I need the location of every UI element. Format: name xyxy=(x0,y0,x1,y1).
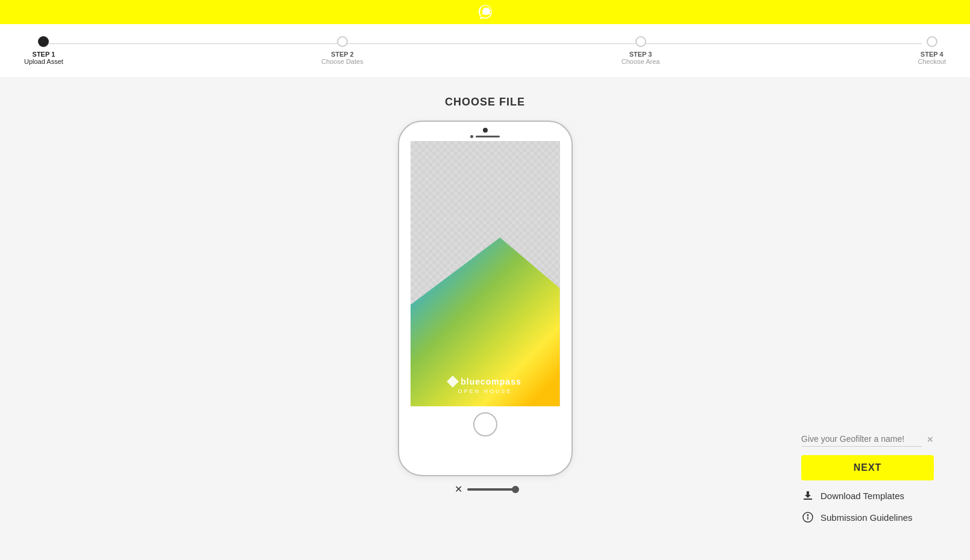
zoom-reset-icon[interactable]: ✕ xyxy=(455,483,462,495)
phone-mockup: bluecompass OPEN HOUSE xyxy=(398,121,573,476)
step-3-circle xyxy=(635,36,646,47)
geofilter-text: bluecompass OPEN HOUSE xyxy=(411,377,560,394)
download-icon xyxy=(801,489,814,502)
step-4-circle xyxy=(927,36,937,47)
main-content: CHOOSE FILE bluecompass xyxy=(0,78,970,560)
step-3-label: STEP 3 Choose Area xyxy=(622,51,660,65)
step-2-circle xyxy=(337,36,348,47)
step-2[interactable]: STEP 2 Choose Dates xyxy=(321,36,364,65)
clear-name-icon[interactable]: ✕ xyxy=(927,435,934,444)
phone-camera-icon xyxy=(483,128,488,133)
geofilter-name-input[interactable] xyxy=(801,432,922,447)
step-1[interactable]: STEP 1 Upload Asset xyxy=(24,36,63,65)
zoom-control: ✕ xyxy=(455,483,515,495)
step-4-label: STEP 4 Checkout xyxy=(918,51,945,65)
submission-guidelines-link[interactable]: Submission Guidelines xyxy=(801,511,934,524)
stepper-line xyxy=(48,43,922,44)
phone-screen[interactable]: bluecompass OPEN HOUSE xyxy=(411,141,560,406)
step-1-label: STEP 1 Upload Asset xyxy=(24,51,63,65)
download-templates-link[interactable]: Download Templates xyxy=(801,489,934,502)
phone-speaker-dot xyxy=(470,135,473,138)
top-bar xyxy=(0,0,970,24)
step-4[interactable]: STEP 4 Checkout xyxy=(918,36,945,65)
choose-file-label[interactable]: CHOOSE FILE xyxy=(445,96,525,109)
svg-point-2 xyxy=(807,515,808,516)
guidelines-icon xyxy=(801,511,814,524)
step-2-label: STEP 2 Choose Dates xyxy=(321,51,364,65)
snapchat-logo-icon xyxy=(477,4,494,20)
stepper: STEP 1 Upload Asset STEP 2 Choose Dates … xyxy=(0,24,970,78)
brand-diamond-icon xyxy=(447,376,459,388)
phone-speaker xyxy=(470,135,500,138)
phone-wrapper: bluecompass OPEN HOUSE ✕ xyxy=(398,121,573,495)
geofilter-sub: OPEN HOUSE xyxy=(411,388,560,394)
right-panel: ✕ NEXT Download Templates S xyxy=(801,432,934,524)
geofilter-brand: bluecompass xyxy=(411,377,560,386)
step-3[interactable]: STEP 3 Choose Area xyxy=(622,36,660,65)
phone-home-button[interactable] xyxy=(473,412,497,436)
next-button[interactable]: NEXT xyxy=(801,455,934,480)
zoom-slider-thumb xyxy=(512,486,519,493)
zoom-slider[interactable] xyxy=(467,488,515,491)
step-1-circle xyxy=(38,36,49,47)
phone-speaker-bar xyxy=(476,136,500,137)
geofilter-name-row: ✕ xyxy=(801,432,934,447)
phone-top xyxy=(470,128,500,138)
